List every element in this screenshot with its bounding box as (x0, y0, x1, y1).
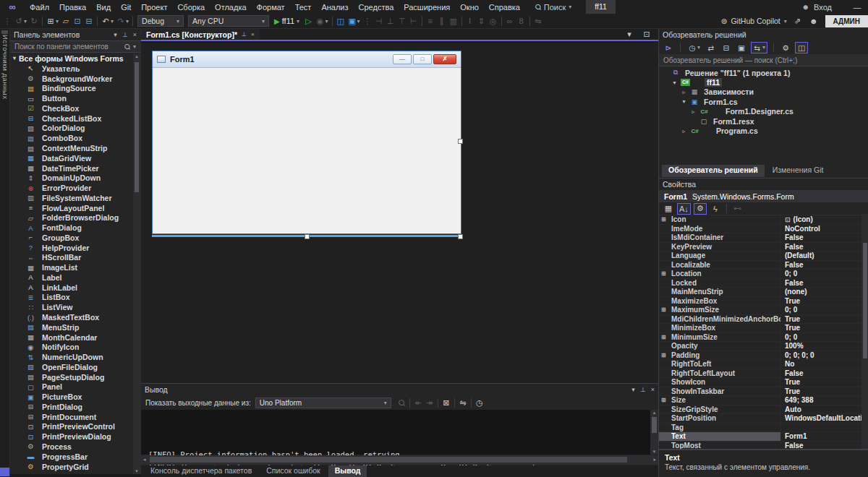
property-value-cell[interactable]: ⊡ True (780, 315, 868, 324)
float-icon[interactable]: ⊡ (641, 29, 652, 40)
StartPosition[interactable]: ⊞ StartPosition ⊡ WindowsDefaultLocation (659, 414, 868, 424)
chevron-down-icon[interactable]: ▾ (762, 44, 765, 51)
Language[interactable]: ⊞ Language ⊡ (Default) (659, 252, 868, 261)
properties-view-icon[interactable]: ⚙ (694, 203, 707, 215)
toolbox-item[interactable]: ⚙ PropertyGrid (10, 462, 140, 472)
resize-handle-right[interactable] (458, 139, 463, 144)
toolbox-item[interactable]: ▤ MenuStrip (10, 322, 140, 332)
chevron-down-icon[interactable]: ▾ (114, 31, 117, 38)
MainMenuStrip[interactable]: ⊞ MainMenuStrip ⊡ (none) (659, 288, 868, 297)
MaximizeBox[interactable]: ⊞ MaximizeBox ⊡ True (659, 297, 868, 306)
switch-views-icon[interactable]: ⊳▾ (663, 42, 674, 53)
pin-icon[interactable]: ⊥ (242, 31, 247, 38)
categorized-icon[interactable]: ▦ (663, 203, 674, 215)
menu-item[interactable]: Формат (252, 3, 290, 12)
chevron-down-icon[interactable]: ▾ (326, 18, 328, 25)
property-value-cell[interactable]: ⊡ True (780, 297, 868, 306)
toolbox-item[interactable]: ⊟ PrintDialog (10, 402, 140, 412)
platform-select[interactable]: Any CPU ▾ (188, 15, 269, 27)
chevron-down-icon[interactable]: ▾ (56, 18, 59, 25)
scroll-up-icon[interactable]: ▲ (650, 411, 658, 415)
Padding[interactable]: ⊞ Padding ⊡ 0; 0; 0; 0 (659, 351, 868, 361)
admin-badge[interactable]: АДМИН (825, 15, 868, 27)
solution-explorer-search-input[interactable]: Обозреватель решений — поиск (Ctrl+;) (659, 55, 868, 66)
property-value-cell[interactable]: ⊡ (Icon) (780, 215, 868, 224)
right-panel-tab[interactable]: Обозреватель решений (662, 165, 765, 177)
layout-tool-icon[interactable]: ≡ (425, 15, 436, 27)
property-value-cell[interactable]: ⊡ (Default) (780, 252, 868, 260)
RightToLeft[interactable]: ⊞ RightToLeft ⊡ No (659, 360, 868, 369)
share-icon[interactable]: ⇗ (793, 15, 802, 27)
MaximumSize[interactable]: ⊞ MaximumSize ⊡ 0; 0 (659, 306, 868, 315)
toolbox-item[interactable]: ▦ ImageList (10, 262, 140, 272)
data-sources-tab[interactable]: Источники данных (1, 35, 9, 99)
layout-tool-icon[interactable]: 8 (516, 15, 527, 27)
toolbox-item[interactable]: (.) MaskedTextBox (10, 312, 140, 322)
toolbox-item[interactable]: ▦ MonthCalendar (10, 332, 140, 343)
MinimumSize[interactable]: ⊞ MinimumSize ⊡ 0; 0 (659, 333, 868, 343)
Localizable[interactable]: ⊞ Localizable ⊡ False (659, 261, 868, 270)
properties-toolbar-icon[interactable] (726, 204, 727, 213)
menu-item[interactable]: Отладка (210, 3, 251, 12)
toolbox-item[interactable]: ▭ Button (10, 93, 140, 103)
menu-item[interactable]: Правка (54, 3, 91, 12)
save-all-icon[interactable]: ⊟▾ (83, 15, 95, 27)
toolbox-item[interactable]: ▥ FileSystemWatcher (10, 193, 140, 203)
toolbar-icon[interactable]: ▾ (97, 17, 98, 26)
output-log[interactable]: [INFO] Project information hasn't been l… (141, 410, 650, 455)
close-icon[interactable]: × (651, 386, 655, 393)
toolbox-item[interactable]: A FontDialog (10, 223, 140, 233)
toolbox-item[interactable]: ⌐ GroupBox (10, 233, 140, 243)
menu-item[interactable]: Справка (484, 3, 525, 12)
MinimizeBox[interactable]: ⊞ MinimizeBox ⊡ True (659, 324, 868, 333)
toolbox-item[interactable]: ▨ OpenFileDialog (10, 362, 140, 372)
layout-tool-icon[interactable]: ▥ (448, 15, 459, 27)
save-icon[interactable]: ⊡▾ (72, 15, 83, 27)
property-value-cell[interactable]: ⊡ Auto (780, 405, 868, 414)
chevron-down-icon[interactable]: ▾ (126, 18, 129, 25)
KeyPreview[interactable]: ⊞ KeyPreview ⊡ False (659, 243, 868, 252)
expand-icon[interactable]: ⊞ (661, 352, 666, 358)
tree-expander-icon[interactable]: ▾ (681, 98, 687, 105)
chevron-down-icon[interactable]: ▾ (24, 18, 27, 25)
close-icon[interactable]: × (251, 31, 255, 38)
toolbox-item[interactable]: A LinkLabel (10, 283, 140, 293)
collapse-all-icon[interactable]: ⊟▾ (720, 42, 732, 53)
right-panel-tab[interactable]: Изменения Git (766, 165, 830, 177)
toolbox-item[interactable]: ▱ FolderBrowserDialog (10, 212, 140, 223)
toolbox-item[interactable]: ⊡ PrintPreviewControl (10, 422, 140, 432)
scroll-left-icon[interactable]: ◂ (143, 457, 146, 463)
menu-item[interactable]: Тест (290, 3, 317, 12)
scrollbar-thumb[interactable] (150, 457, 627, 463)
RightToLeftLayout[interactable]: ⊞ RightToLeftLayout ⊡ False (659, 369, 868, 379)
designer-canvas[interactable]: Form1 — □ ✗ (141, 43, 658, 383)
toolbox-item[interactable]: ⚙ Process (10, 442, 140, 452)
toolbox-group-header[interactable]: ▾ Все формы Windows Forms (10, 53, 140, 64)
word-wrap-icon[interactable]: ⇋ (457, 397, 469, 408)
solution-panel-icon[interactable]: ▣▾ (346, 15, 362, 27)
properties-object-selector[interactable]: Form1 System.Windows.Forms.Form (659, 190, 868, 202)
document-dropdown-icon[interactable]: ▾ (624, 29, 635, 40)
toolbar-icon[interactable]: ▾ (332, 17, 333, 26)
ShowIcon[interactable]: ⊞ ShowIcon ⊡ True (659, 378, 868, 387)
menu-item[interactable]: Сборка (172, 3, 210, 12)
pin-icon[interactable]: ⊥ (122, 31, 128, 38)
toolbox-item[interactable]: ⊟ PrintDocument (10, 412, 140, 422)
search-menu[interactable]: Ϙ Поиск ▾ (535, 3, 571, 12)
configuration-select[interactable]: Debug ▾ (137, 15, 184, 27)
find-message-icon[interactable]: Ϙ (393, 395, 410, 411)
scrollbar-thumb[interactable] (135, 62, 139, 192)
Icon[interactable]: ⊞ Icon ⊡ (Icon) (659, 215, 868, 225)
scroll-down-icon[interactable]: ▼ (650, 450, 658, 454)
Tag[interactable]: ⊞ Tag ⊡ (659, 424, 868, 433)
toolbox-item[interactable]: ▤ PageSetupDialog (10, 372, 140, 382)
resize-handle-bottom[interactable] (305, 234, 310, 239)
layout-tool-icon[interactable] (529, 17, 530, 26)
tree-expander-icon[interactable]: ▾ (671, 80, 678, 86)
menu-item[interactable]: Анализ (316, 3, 353, 12)
prev-message-icon[interactable]: ↞ (412, 397, 424, 408)
property-value-cell[interactable]: ⊡ (780, 424, 868, 432)
toolbox-item[interactable]: ▦ DateTimePicker (10, 163, 140, 173)
start-debug-button[interactable]: ▶ ff11 ▾ (274, 17, 299, 25)
layout-tool-icon[interactable]: I (464, 15, 476, 27)
